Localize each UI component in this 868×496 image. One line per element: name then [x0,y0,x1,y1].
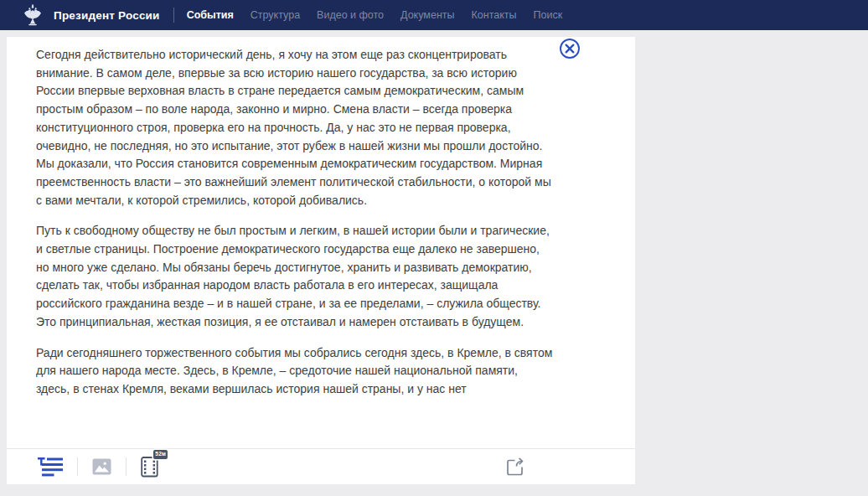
transcript-paragraph: Ради сегодняшнего торжественного события… [36,344,553,399]
nav-item-events[interactable]: События [187,9,234,21]
top-navigation-bar: Президент России События Структура Видео… [0,0,868,30]
transcript-paragraph: Сегодня действительно исторический день,… [36,46,553,209]
media-tabs: 52м [38,456,159,478]
header-divider [173,8,174,23]
text-transcript-icon[interactable] [38,457,63,477]
nav-item-search[interactable]: Поиск [534,9,563,21]
transcript-panel: Сегодня действительно исторический день,… [7,37,635,484]
toolbar-divider [77,457,78,476]
russian-coat-of-arms-double-headed-eagle-icon[interactable] [23,4,43,26]
nav-item-video-photo[interactable]: Видео и фото [317,9,384,21]
video-duration-badge: 52м [153,450,168,459]
photo-icon[interactable] [92,458,111,475]
site-title[interactable]: Президент России [54,9,160,22]
main-navigation: События Структура Видео и фото Документы… [187,9,580,21]
speech-transcript-text: Сегодня действительно исторический день,… [36,46,553,447]
transcript-paragraph: Путь к свободному обществу не был просты… [36,222,553,331]
nav-item-contacts[interactable]: Контакты [472,9,517,21]
film-strip-icon[interactable]: 52м [141,456,159,478]
media-toolbar: 52м [7,448,635,484]
nav-item-documents[interactable]: Документы [400,9,454,21]
nav-item-structure[interactable]: Структура [251,9,300,21]
share-icon[interactable] [504,457,525,478]
close-icon[interactable] [558,37,581,60]
toolbar-divider [126,457,127,476]
